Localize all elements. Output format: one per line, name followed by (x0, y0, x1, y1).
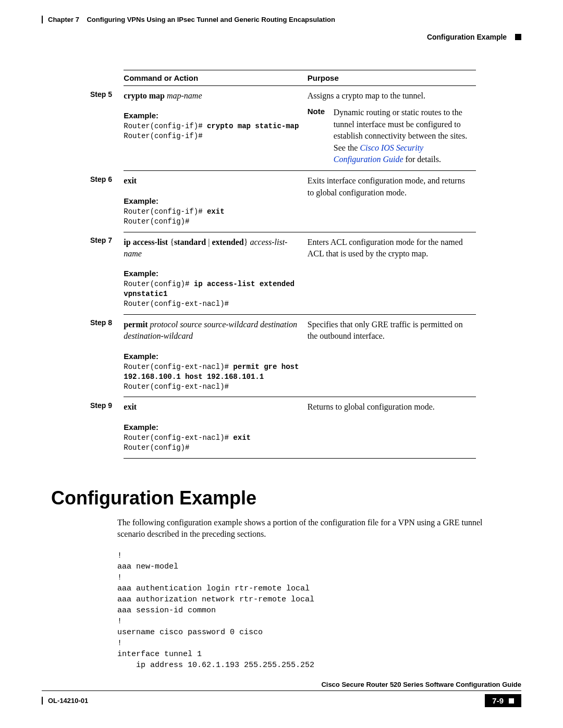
col-header-purpose: Purpose (308, 70, 476, 86)
step-label: Step 8 (90, 314, 124, 397)
example-label: Example: (124, 269, 303, 278)
example-code: Router(config)# ip access-list extended … (124, 279, 303, 309)
purpose-text: Returns to global configuration mode. (308, 401, 472, 413)
table-row: Step 6 exit Example: Router(config-if)# … (90, 171, 476, 232)
example-label: Example: (124, 352, 303, 361)
chapter-title: Configuring VPNs Using an IPsec Tunnel a… (87, 16, 335, 23)
example-label: Example: (124, 196, 303, 205)
table-row: Step 7 ip access-list {standard | extend… (90, 232, 476, 314)
command-syntax: permit protocol source source-wildcard d… (124, 319, 303, 342)
purpose-text: Exits interface configuration mode, and … (308, 175, 472, 199)
page-footer: Cisco Secure Router 520 Series Software … (42, 681, 521, 707)
steps-table: Command or Action Purpose Step 5 crypto … (90, 70, 476, 459)
footer-doc-id: OL-14210-01 (42, 697, 88, 705)
purpose-text: Specifies that only GRE traffic is permi… (308, 319, 472, 342)
example-code: Router(config-if)# crypto map static-map… (124, 121, 303, 141)
table-row: Step 9 exit Example: Router(config-ext-n… (90, 397, 476, 458)
section-right-text: Configuration Example (427, 33, 507, 41)
chapter-label: Chapter 7 (48, 16, 79, 23)
body-paragraph: The following configuration example show… (117, 517, 503, 540)
note-body: Dynamic routing or static routes to the … (334, 107, 472, 165)
purpose-text: Enters ACL configuration mode for the na… (308, 237, 472, 260)
command-syntax: crypto map map-name (124, 90, 303, 102)
section-heading: Configuration Example (51, 487, 521, 509)
example-code: Router(config-ext-nacl)# exit Router(con… (124, 433, 303, 453)
header-square-icon (515, 34, 521, 40)
chapter-header: Chapter 7 Configuring VPNs Using an IPse… (42, 16, 521, 23)
step-label: Step 5 (90, 86, 124, 171)
step-label: Step 6 (90, 171, 124, 232)
section-header-right: Configuration Example (42, 33, 521, 41)
footer-book-title: Cisco Secure Router 520 Series Software … (42, 681, 521, 691)
footer-page-number: 7-9 (485, 694, 521, 707)
purpose-text: Assigns a crypto map to the tunnel. (308, 90, 472, 102)
example-label: Example: (124, 111, 303, 120)
example-code: Router(config-ext-nacl)# permit gre host… (124, 362, 303, 392)
command-syntax: exit (124, 175, 303, 187)
config-code-block: ! aaa new-model ! aaa authentication log… (117, 550, 521, 671)
table-row: Step 8 permit protocol source source-wil… (90, 314, 476, 397)
note-block: Note Dynamic routing or static routes to… (308, 107, 472, 165)
example-code: Router(config-if)# exit Router(config)# (124, 207, 303, 227)
command-syntax: ip access-list {standard | extended} acc… (124, 237, 303, 260)
col-header-command: Command or Action (124, 70, 307, 86)
example-label: Example: (124, 423, 303, 431)
table-row: Step 5 crypto map map-name Example: Rout… (90, 86, 476, 171)
step-label: Step 7 (90, 232, 124, 314)
command-syntax: exit (124, 401, 303, 413)
step-label: Step 9 (90, 397, 124, 458)
note-label: Note (308, 107, 334, 165)
